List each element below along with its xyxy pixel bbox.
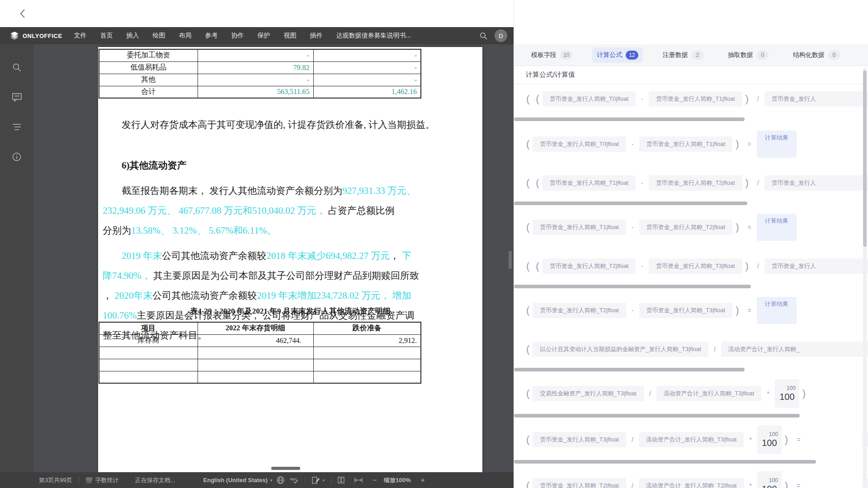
word-count-control[interactable]: 123 字数统计 [85,476,119,484]
left-toolbar [0,44,33,472]
field-chip[interactable]: 货币资金_发行人简称_T1|float [649,91,742,107]
operator: = [748,141,751,148]
document-language-icon[interactable] [277,476,284,484]
zoom-out-button[interactable]: − [373,476,377,484]
formula-row: ((货币资金_发行人简称_T1|float-货币资金_发行人简称_T2|floa… [514,174,868,192]
zoom-in-button[interactable]: + [421,476,425,484]
result-chip[interactable]: 计算结果 [757,297,797,324]
page-count[interactable]: 第3页共99页 [39,476,72,484]
field-chip[interactable]: 交易性金融资产_发行人简称_T3|float [533,386,644,401]
statusbar: 第3页共99页 123 字数统计 正在保存文档... English (Unit… [0,472,514,488]
constant-100-chip[interactable]: 100100 [775,379,799,408]
menu-item[interactable]: 参考 [205,32,218,40]
fit-page-button[interactable] [338,477,344,483]
field-chip[interactable]: 货币资金_发行人简称_T1|float [533,220,626,235]
menu-item[interactable]: 协作 [231,32,244,40]
zoom-value[interactable]: 缩放100% [384,476,410,484]
panel-section-title: 计算公式/计算值 [514,66,868,84]
field-chip[interactable]: 货币资金_发行人简称_T0|float [542,91,636,107]
paragraph-inventory-provision: 发行人对存货成本高于其可变现净值的, 计提存货跌价准备, 计入当期损益。 [103,115,480,135]
field-chip[interactable]: 流动资产合计_发行人简称_T3|float [656,386,762,401]
constant-100-chip[interactable]: 100100 [757,471,782,488]
panel-tab-计算公式[interactable]: 计算公式12 [592,47,642,63]
about-info-icon[interactable] [11,151,23,163]
menu-item[interactable]: 保护 [258,32,270,40]
avatar[interactable]: D [495,29,507,42]
constant-100-chip[interactable]: 100100 [757,425,782,454]
operator: - [632,141,634,148]
formula-horizontal-scrollbar[interactable] [514,202,747,205]
field-chip[interactable]: 货币资金_发行人简称_T2|float [533,303,626,318]
field-chip-clipped[interactable]: 货币资金_发行人 [764,258,868,274]
tab-count-badge: 12 [626,51,638,60]
formula-horizontal-scrollbar[interactable] [514,117,745,121]
panel-scrollbar-thumb[interactable] [863,70,867,247]
chevron-down-icon: ▾ [270,478,273,483]
other-current-assets-detail-table: 项目2022 年末存货明细跌价准备库存商462,744.2,912. [99,322,421,384]
table-row: 库存商462,744.2,912. [99,334,421,347]
operator: * [767,390,769,397]
panel-tab-注册数据[interactable]: 注册数据2 [658,47,708,63]
separator [305,477,306,484]
field-chip-clipped[interactable]: 货币资金_发行人 [764,175,868,191]
panel-tab-结构化数据[interactable]: 结构化数据0 [788,47,844,63]
formula-horizontal-scrollbar[interactable] [514,460,816,464]
track-changes-control[interactable]: ▾ [312,477,325,484]
table-row: 低值易耗品79.82- [99,61,421,74]
table2-body: 项目2022 年末存货明细跌价准备库存商462,744.2,912. [99,322,421,383]
field-chip[interactable]: 货币资金_发行人简称_T3|float [533,432,626,447]
menu-item[interactable]: 布局 [179,32,192,40]
fit-width-button[interactable] [354,477,363,483]
comments-icon[interactable] [11,91,23,103]
doc-vertical-scrollbar[interactable] [509,251,512,269]
field-chip[interactable]: 货币资金_发行人简称_T2|float [639,220,733,235]
panel-tab-模板字段[interactable]: 模板字段10 [527,47,577,63]
menu-item[interactable]: 插入 [127,32,139,40]
menu-item[interactable]: 首页 [100,32,113,40]
field-chip[interactable]: 货币资金_发行人简称_T1|float [639,136,733,152]
formula-row: (货币资金_发行人简称_T1|float-货币资金_发行人简称_T2|float… [514,212,868,242]
formula-horizontal-scrollbar[interactable] [514,368,745,371]
menu-item[interactable]: 文件 [74,32,87,40]
field-chip-clipped[interactable]: 流动资产合计_发行人简称_ [721,342,868,357]
find-icon[interactable] [11,61,23,73]
table-row: 其他-- [99,74,421,86]
back-button[interactable] [15,6,30,21]
formula-horizontal-scrollbar[interactable] [514,414,800,418]
operator: / [649,390,651,397]
menu-item[interactable]: 视图 [284,32,297,40]
field-chip[interactable]: 货币资金_发行人简称_T2|float [649,175,742,191]
navigation-headings-icon[interactable] [11,121,23,133]
field-chip[interactable]: 货币资金_发行人简称_T3|float [639,303,733,318]
saving-status: 正在保存文档... [135,476,175,484]
field-chip-clipped[interactable]: 货币资金_发行人 [764,91,868,107]
doc-horizontal-scrollbar[interactable] [271,467,300,470]
operator: - [632,307,634,314]
menu-item[interactable]: 绘图 [153,32,165,40]
table-row [99,371,421,383]
menubar-items: 文件首页插入绘图布局参考协作保护视图插件达观数据债券募集说明书... [74,32,411,40]
menu-item-document-title[interactable]: 达观数据债券募集说明书... [336,32,411,40]
formula-horizontal-scrollbar[interactable] [514,285,751,288]
table-row [99,347,421,359]
spellcheck-icon[interactable]: ABC [290,477,299,484]
field-chip[interactable]: 以公计且其变动计入当期损益的金融资产_发行人简称_T3|float [533,342,708,357]
paren: ) [802,388,806,399]
field-chip[interactable]: 货币资金_发行人简称_T3|float [649,258,742,274]
result-chip[interactable]: 计算结果 [757,214,797,241]
field-chip[interactable]: 流动资产合计_发行人简称_T2|float [639,478,744,488]
result-chip[interactable]: 计算结果 [757,131,797,158]
search-icon[interactable] [480,32,487,40]
paragraph-balances-line: 分别为13.58%、 3.12%、 5.67%和6.11%。 [103,221,480,240]
field-chip[interactable]: 货币资金_发行人简称_T0|float [533,136,626,152]
document-page[interactable]: 委托加工物资--低值易耗品79.82-其他--合计563,511.651,462… [98,47,482,472]
field-chip[interactable]: 货币资金_发行人简称_T2|float [533,478,626,488]
menu-item[interactable]: 插件 [310,32,323,40]
formula-row: (以公计且其变动计入当期损益的金融资产_发行人简称_T3|float/流动资产合… [514,341,868,358]
field-chip[interactable]: 货币资金_发行人简称_T1|float [542,175,636,191]
field-chip[interactable]: 流动资产合计_发行人简称_T3|float [639,432,744,447]
panel-tab-抽取数据[interactable]: 抽取数据0 [723,47,773,63]
language-selector[interactable]: English (United States)▾ [203,477,273,483]
field-chip[interactable]: 货币资金_发行人简称_T2|float [542,258,636,274]
svg-text:123: 123 [86,480,91,483]
